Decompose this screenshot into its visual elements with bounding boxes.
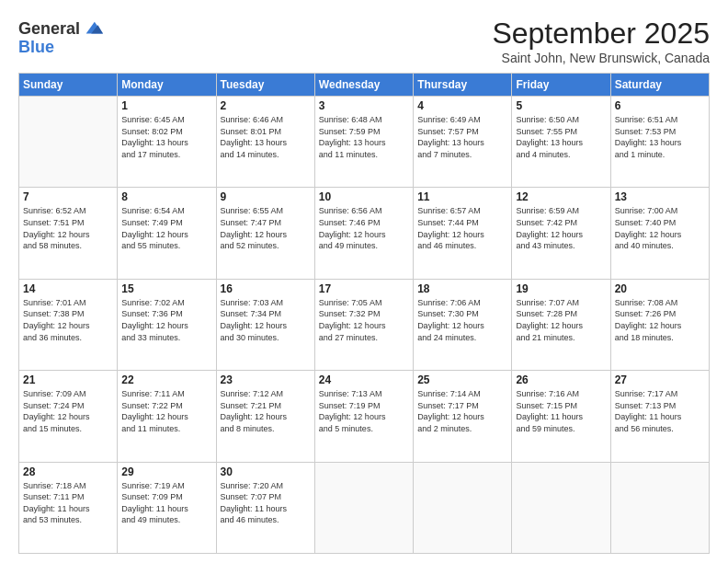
weekday-header-cell: Saturday xyxy=(610,74,709,97)
day-info: Sunrise: 7:06 AM Sunset: 7:30 PM Dayligh… xyxy=(417,297,507,343)
day-number: 7 xyxy=(23,190,113,203)
calendar-cell: 10Sunrise: 6:56 AM Sunset: 7:46 PM Dayli… xyxy=(314,188,413,279)
day-number: 25 xyxy=(417,373,507,386)
day-info: Sunrise: 6:48 AM Sunset: 7:59 PM Dayligh… xyxy=(319,114,409,160)
calendar-cell xyxy=(512,462,610,553)
weekday-header-cell: Wednesday xyxy=(314,74,413,97)
calendar-cell: 22Sunrise: 7:11 AM Sunset: 7:22 PM Dayli… xyxy=(118,371,216,462)
calendar-cell: 6Sunrise: 6:51 AM Sunset: 7:53 PM Daylig… xyxy=(610,97,709,188)
day-number: 22 xyxy=(121,373,211,386)
calendar-cell: 23Sunrise: 7:12 AM Sunset: 7:21 PM Dayli… xyxy=(216,371,314,462)
calendar-cell: 20Sunrise: 7:08 AM Sunset: 7:26 PM Dayli… xyxy=(610,279,709,370)
day-info: Sunrise: 6:45 AM Sunset: 8:02 PM Dayligh… xyxy=(121,114,211,160)
header: General Blue September 2025 Saint John, … xyxy=(18,17,710,65)
calendar-cell: 9Sunrise: 6:55 AM Sunset: 7:47 PM Daylig… xyxy=(216,188,314,279)
calendar-cell: 16Sunrise: 7:03 AM Sunset: 7:34 PM Dayli… xyxy=(216,279,314,370)
day-info: Sunrise: 7:19 AM Sunset: 7:09 PM Dayligh… xyxy=(121,480,211,526)
day-info: Sunrise: 7:11 AM Sunset: 7:22 PM Dayligh… xyxy=(121,388,211,434)
calendar-row: 14Sunrise: 7:01 AM Sunset: 7:38 PM Dayli… xyxy=(19,279,710,370)
month-title: September 2025 xyxy=(492,17,710,51)
logo-blue: Blue xyxy=(18,38,54,56)
calendar-cell: 25Sunrise: 7:14 AM Sunset: 7:17 PM Dayli… xyxy=(414,371,512,462)
day-number: 27 xyxy=(615,373,705,386)
day-number: 11 xyxy=(417,190,507,203)
day-info: Sunrise: 6:56 AM Sunset: 7:46 PM Dayligh… xyxy=(319,205,409,251)
calendar-cell: 5Sunrise: 6:50 AM Sunset: 7:55 PM Daylig… xyxy=(512,97,610,188)
day-number: 5 xyxy=(516,99,606,112)
day-info: Sunrise: 7:08 AM Sunset: 7:26 PM Dayligh… xyxy=(615,297,705,343)
calendar-row: 21Sunrise: 7:09 AM Sunset: 7:24 PM Dayli… xyxy=(19,371,710,462)
calendar-cell xyxy=(610,462,709,553)
day-number: 9 xyxy=(221,190,311,203)
calendar-cell: 15Sunrise: 7:02 AM Sunset: 7:36 PM Dayli… xyxy=(118,279,216,370)
calendar-cell: 12Sunrise: 6:59 AM Sunset: 7:42 PM Dayli… xyxy=(512,188,610,279)
day-number: 17 xyxy=(319,282,409,295)
day-number: 10 xyxy=(319,190,409,203)
day-number: 26 xyxy=(516,373,606,386)
logo: General Blue xyxy=(18,20,103,57)
calendar-cell: 7Sunrise: 6:52 AM Sunset: 7:51 PM Daylig… xyxy=(19,188,118,279)
weekday-header-cell: Thursday xyxy=(414,74,512,97)
day-info: Sunrise: 7:03 AM Sunset: 7:34 PM Dayligh… xyxy=(221,297,311,343)
day-info: Sunrise: 7:05 AM Sunset: 7:32 PM Dayligh… xyxy=(319,297,409,343)
calendar-cell: 4Sunrise: 6:49 AM Sunset: 7:57 PM Daylig… xyxy=(414,97,512,188)
day-info: Sunrise: 7:12 AM Sunset: 7:21 PM Dayligh… xyxy=(221,388,311,434)
day-number: 4 xyxy=(417,99,507,112)
day-number: 28 xyxy=(23,465,113,478)
calendar-cell: 11Sunrise: 6:57 AM Sunset: 7:44 PM Dayli… xyxy=(414,188,512,279)
calendar-cell xyxy=(314,462,413,553)
calendar-row: 28Sunrise: 7:18 AM Sunset: 7:11 PM Dayli… xyxy=(19,462,710,553)
day-number: 29 xyxy=(121,465,211,478)
title-block: September 2025 Saint John, New Brunswick… xyxy=(492,17,710,65)
day-info: Sunrise: 6:55 AM Sunset: 7:47 PM Dayligh… xyxy=(221,205,311,251)
calendar-cell: 1Sunrise: 6:45 AM Sunset: 8:02 PM Daylig… xyxy=(118,97,216,188)
day-number: 13 xyxy=(615,190,705,203)
calendar-cell: 28Sunrise: 7:18 AM Sunset: 7:11 PM Dayli… xyxy=(19,462,118,553)
day-info: Sunrise: 6:57 AM Sunset: 7:44 PM Dayligh… xyxy=(417,205,507,251)
day-number: 16 xyxy=(221,282,311,295)
calendar-body: 1Sunrise: 6:45 AM Sunset: 8:02 PM Daylig… xyxy=(19,97,710,554)
logo-general: General xyxy=(18,20,80,39)
day-info: Sunrise: 7:02 AM Sunset: 7:36 PM Dayligh… xyxy=(121,297,211,343)
day-number: 2 xyxy=(221,99,311,112)
calendar-cell: 21Sunrise: 7:09 AM Sunset: 7:24 PM Dayli… xyxy=(19,371,118,462)
day-info: Sunrise: 6:52 AM Sunset: 7:51 PM Dayligh… xyxy=(23,205,113,251)
day-info: Sunrise: 7:07 AM Sunset: 7:28 PM Dayligh… xyxy=(516,297,606,343)
calendar-cell: 19Sunrise: 7:07 AM Sunset: 7:28 PM Dayli… xyxy=(512,279,610,370)
calendar-cell: 27Sunrise: 7:17 AM Sunset: 7:13 PM Dayli… xyxy=(610,371,709,462)
calendar-cell: 14Sunrise: 7:01 AM Sunset: 7:38 PM Dayli… xyxy=(19,279,118,370)
calendar-row: 7Sunrise: 6:52 AM Sunset: 7:51 PM Daylig… xyxy=(19,188,710,279)
calendar-cell: 30Sunrise: 7:20 AM Sunset: 7:07 PM Dayli… xyxy=(216,462,314,553)
calendar-cell xyxy=(414,462,512,553)
day-number: 19 xyxy=(516,282,606,295)
day-number: 18 xyxy=(417,282,507,295)
calendar-cell: 2Sunrise: 6:46 AM Sunset: 8:01 PM Daylig… xyxy=(216,97,314,188)
day-number: 12 xyxy=(516,190,606,203)
day-info: Sunrise: 7:14 AM Sunset: 7:17 PM Dayligh… xyxy=(417,388,507,434)
calendar-cell: 24Sunrise: 7:13 AM Sunset: 7:19 PM Dayli… xyxy=(314,371,413,462)
day-number: 3 xyxy=(319,99,409,112)
weekday-header-cell: Tuesday xyxy=(216,74,314,97)
day-info: Sunrise: 6:50 AM Sunset: 7:55 PM Dayligh… xyxy=(516,114,606,160)
logo-icon xyxy=(83,18,103,39)
calendar-row: 1Sunrise: 6:45 AM Sunset: 8:02 PM Daylig… xyxy=(19,97,710,188)
weekday-header: SundayMondayTuesdayWednesdayThursdayFrid… xyxy=(19,74,710,97)
calendar-cell: 3Sunrise: 6:48 AM Sunset: 7:59 PM Daylig… xyxy=(314,97,413,188)
day-info: Sunrise: 6:46 AM Sunset: 8:01 PM Dayligh… xyxy=(221,114,311,160)
day-info: Sunrise: 7:17 AM Sunset: 7:13 PM Dayligh… xyxy=(615,388,705,434)
day-info: Sunrise: 6:54 AM Sunset: 7:49 PM Dayligh… xyxy=(121,205,211,251)
day-number: 24 xyxy=(319,373,409,386)
day-info: Sunrise: 7:16 AM Sunset: 7:15 PM Dayligh… xyxy=(516,388,606,434)
weekday-header-cell: Monday xyxy=(118,74,216,97)
day-info: Sunrise: 7:13 AM Sunset: 7:19 PM Dayligh… xyxy=(319,388,409,434)
day-info: Sunrise: 6:49 AM Sunset: 7:57 PM Dayligh… xyxy=(417,114,507,160)
day-number: 8 xyxy=(121,190,211,203)
calendar-cell: 29Sunrise: 7:19 AM Sunset: 7:09 PM Dayli… xyxy=(118,462,216,553)
day-number: 15 xyxy=(121,282,211,295)
location: Saint John, New Brunswick, Canada xyxy=(492,51,710,65)
weekday-header-cell: Friday xyxy=(512,74,610,97)
calendar-cell: 26Sunrise: 7:16 AM Sunset: 7:15 PM Dayli… xyxy=(512,371,610,462)
day-info: Sunrise: 7:01 AM Sunset: 7:38 PM Dayligh… xyxy=(23,297,113,343)
day-number: 20 xyxy=(615,282,705,295)
day-number: 30 xyxy=(221,465,311,478)
